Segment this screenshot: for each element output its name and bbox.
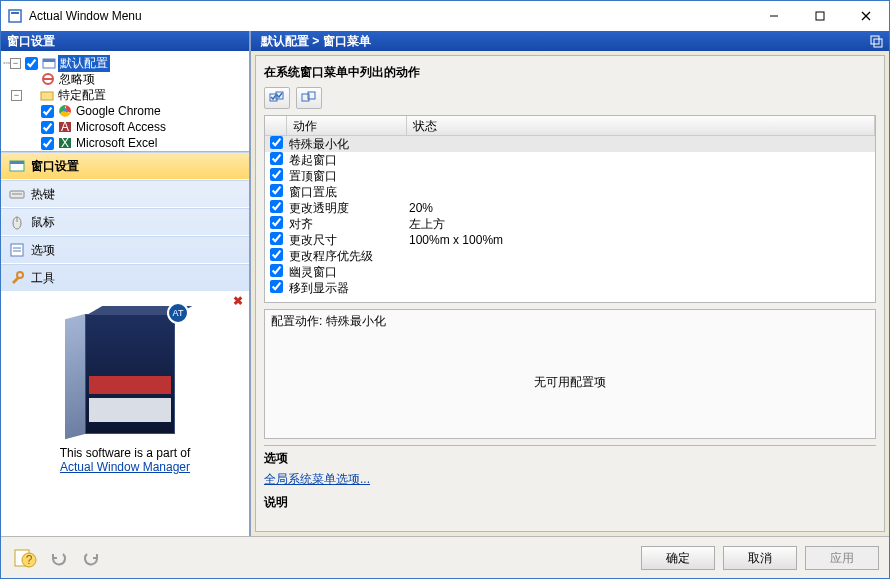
help-button[interactable]: ? [11, 545, 39, 571]
row-checkbox[interactable] [270, 264, 283, 277]
options-title: 选项 [264, 450, 876, 467]
nav-label: 窗口设置 [31, 158, 79, 175]
undo-button[interactable] [47, 548, 71, 568]
row-action: 更改程序优先级 [287, 248, 407, 265]
check-all-button[interactable] [264, 87, 290, 109]
config-empty: 无可用配置项 [271, 330, 869, 435]
nav-label: 热键 [31, 186, 55, 203]
ok-button[interactable]: 确定 [641, 546, 715, 570]
tree-app-access[interactable]: A Microsoft Access [3, 119, 247, 135]
tree-app-label[interactable]: Microsoft Excel [74, 136, 159, 150]
promo: ✖ AT This software is a part of Actual W… [1, 292, 249, 536]
svg-rect-1 [11, 12, 19, 14]
copy-icon[interactable] [869, 34, 883, 48]
tree-app-chrome[interactable]: Google Chrome [3, 103, 247, 119]
tree-app-label[interactable]: Google Chrome [74, 104, 163, 118]
tree-app-label[interactable]: Microsoft Access [74, 120, 168, 134]
promo-close[interactable]: ✖ [231, 294, 245, 308]
tree-app-checkbox[interactable] [41, 121, 54, 134]
toolbar [264, 85, 876, 115]
tree-ignore[interactable]: 忽略项 [3, 71, 247, 87]
table-row[interactable]: 幽灵窗口 [265, 264, 875, 280]
minimize-button[interactable] [751, 1, 797, 31]
config-icon [42, 56, 56, 70]
table-row[interactable]: 置顶窗口 [265, 168, 875, 184]
col-status[interactable]: 状态 [407, 116, 875, 135]
promo-text: This software is a part of [9, 446, 241, 460]
tree-specific[interactable]: − 特定配置 [3, 87, 247, 103]
col-action[interactable]: 动作 [287, 116, 407, 135]
row-status: 100%m x 100%m [407, 233, 875, 247]
nav: 窗口设置 热键 鼠标 选项 工具 [1, 151, 249, 292]
row-checkbox[interactable] [270, 248, 283, 261]
tree-root-checkbox[interactable] [25, 57, 38, 70]
close-button[interactable] [843, 1, 889, 31]
row-action: 卷起窗口 [287, 152, 407, 169]
options-icon [9, 242, 25, 258]
tree-app-checkbox[interactable] [41, 137, 54, 150]
svg-rect-23 [11, 244, 23, 256]
row-checkbox[interactable] [270, 136, 283, 149]
tree-ignore-label[interactable]: 忽略项 [57, 71, 97, 88]
row-checkbox[interactable] [270, 232, 283, 245]
tools-icon [9, 270, 25, 286]
row-action: 特殊最小化 [287, 136, 407, 153]
tree-root[interactable]: ┄ − 默认配置 [3, 55, 247, 71]
maximize-button[interactable] [797, 1, 843, 31]
svg-rect-10 [41, 92, 53, 100]
global-menu-options-link[interactable]: 全局系统菜单选项... [264, 472, 370, 486]
nav-label: 鼠标 [31, 214, 55, 231]
chrome-icon [58, 104, 72, 118]
collapse-icon[interactable]: − [11, 90, 22, 101]
nav-hotkeys[interactable]: 热键 [1, 180, 249, 208]
collapse-icon[interactable]: − [10, 58, 21, 69]
settings-tree[interactable]: ┄ − 默认配置 忽略项 − 特定配置 [1, 51, 249, 151]
titlebar: Actual Window Menu [1, 1, 889, 31]
svg-text:X: X [61, 136, 69, 150]
table-row[interactable]: 更改透明度20% [265, 200, 875, 216]
row-checkbox[interactable] [270, 184, 283, 197]
config-label: 配置动作: 特殊最小化 [271, 313, 869, 330]
tree-root-label[interactable]: 默认配置 [58, 55, 110, 72]
uncheck-all-button[interactable] [296, 87, 322, 109]
table-row[interactable]: 窗口置底 [265, 184, 875, 200]
grid-body[interactable]: 特殊最小化卷起窗口置顶窗口窗口置底更改透明度20%对齐左上方更改尺寸100%m … [265, 136, 875, 302]
cancel-button[interactable]: 取消 [723, 546, 797, 570]
excel-icon: X [58, 136, 72, 150]
keyboard-icon [9, 186, 25, 202]
table-row[interactable]: 更改程序优先级 [265, 248, 875, 264]
tree-specific-label[interactable]: 特定配置 [56, 87, 108, 104]
promo-link[interactable]: Actual Window Manager [60, 460, 190, 474]
svg-rect-0 [9, 10, 21, 22]
svg-point-26 [17, 272, 23, 278]
redo-button[interactable] [79, 548, 103, 568]
row-checkbox[interactable] [270, 280, 283, 293]
nav-window-settings[interactable]: 窗口设置 [1, 152, 249, 180]
row-action: 置顶窗口 [287, 168, 407, 185]
row-checkbox[interactable] [270, 200, 283, 213]
row-checkbox[interactable] [270, 216, 283, 229]
row-checkbox[interactable] [270, 152, 283, 165]
table-row[interactable]: 对齐左上方 [265, 216, 875, 232]
svg-rect-28 [874, 39, 882, 47]
tree-app-excel[interactable]: X Microsoft Excel [3, 135, 247, 151]
table-row[interactable]: 卷起窗口 [265, 152, 875, 168]
row-checkbox[interactable] [270, 168, 283, 181]
nav-tools[interactable]: 工具 [1, 264, 249, 292]
tree-app-checkbox[interactable] [41, 105, 54, 118]
row-action: 更改透明度 [287, 200, 407, 217]
grid-header: 动作 状态 [265, 116, 875, 136]
nav-options[interactable]: 选项 [1, 236, 249, 264]
table-row[interactable]: 更改尺寸100%m x 100%m [265, 232, 875, 248]
svg-text:A: A [61, 120, 69, 134]
table-row[interactable]: 特殊最小化 [265, 136, 875, 152]
left-pane: 窗口设置 ┄ − 默认配置 忽略项 − 特定配置 [1, 31, 251, 536]
nav-mouse[interactable]: 鼠标 [1, 208, 249, 236]
svg-rect-7 [43, 59, 55, 62]
folder-icon [40, 88, 54, 102]
apply-button[interactable]: 应用 [805, 546, 879, 570]
table-row[interactable]: 移到显示器 [265, 280, 875, 296]
options-box: 选项 全局系统菜单选项... 说明 [264, 445, 876, 515]
promo-boxshot: AT [65, 306, 185, 436]
window-title: Actual Window Menu [29, 9, 751, 23]
